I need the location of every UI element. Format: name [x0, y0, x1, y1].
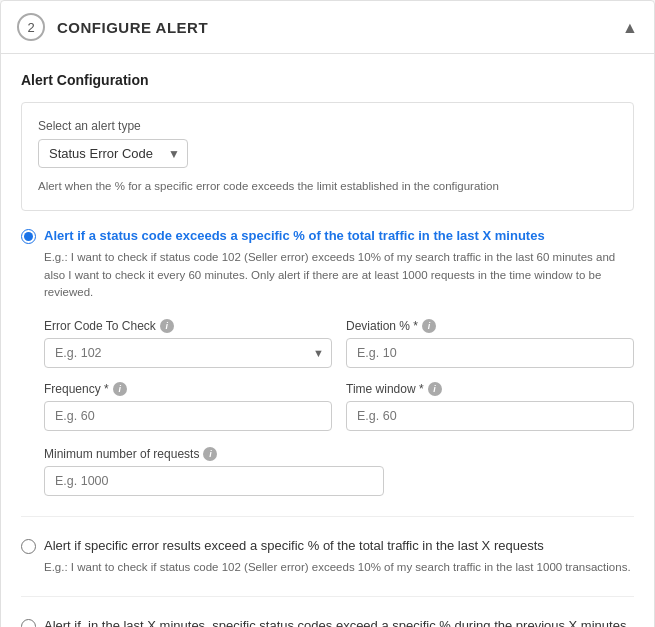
- alert-type-select-wrapper: Status Error Code ▼: [38, 139, 188, 168]
- fields-grid: Error Code To Check i ▼ Deviation % * i: [44, 319, 634, 431]
- field-label-time-window: Time window * i: [346, 382, 634, 396]
- radio-option-3: Alert if, in the last X minutes, specifi…: [21, 617, 634, 627]
- field-label-deviation: Deviation % * i: [346, 319, 634, 333]
- info-icon-time-window[interactable]: i: [428, 382, 442, 396]
- info-icon-frequency[interactable]: i: [113, 382, 127, 396]
- deviation-input[interactable]: [346, 338, 634, 368]
- alert-type-description: Alert when the % for a specific error co…: [38, 178, 617, 194]
- radio-desc-1: E.g.: I want to check if status code 102…: [44, 249, 634, 301]
- min-requests-section: Minimum number of requests i: [44, 447, 634, 496]
- radio-input-2[interactable]: [21, 539, 36, 554]
- card-body: Alert Configuration Select an alert type…: [1, 54, 654, 627]
- info-icon-min-requests[interactable]: i: [203, 447, 217, 461]
- frequency-input[interactable]: [44, 401, 332, 431]
- radio-input-1[interactable]: [21, 229, 36, 244]
- card-header: 2 CONFIGURE ALERT ▲: [1, 1, 654, 54]
- section-title: Alert Configuration: [21, 72, 634, 88]
- radio-option-1-header: Alert if a status code exceeds a specifi…: [21, 227, 634, 245]
- form-section: Select an alert type Status Error Code ▼…: [21, 102, 634, 211]
- radio-option-3-header: Alert if, in the last X minutes, specifi…: [21, 617, 634, 627]
- field-label-min-requests: Minimum number of requests i: [44, 447, 384, 461]
- info-icon-deviation[interactable]: i: [422, 319, 436, 333]
- radio-label-2: Alert if specific error results exceed a…: [44, 537, 544, 555]
- field-deviation: Deviation % * i: [346, 319, 634, 368]
- collapse-icon[interactable]: ▲: [622, 19, 638, 35]
- header-left: 2 CONFIGURE ALERT: [17, 13, 208, 41]
- header-title: CONFIGURE ALERT: [57, 19, 208, 36]
- radio-option-2-header: Alert if specific error results exceed a…: [21, 537, 634, 555]
- field-error-code: Error Code To Check i ▼: [44, 319, 332, 368]
- step-indicator: 2: [17, 13, 45, 41]
- info-icon-error-code[interactable]: i: [160, 319, 174, 333]
- field-label-error-code: Error Code To Check i: [44, 319, 332, 333]
- error-code-input[interactable]: [44, 338, 332, 368]
- configure-alert-card: 2 CONFIGURE ALERT ▲ Alert Configuration …: [0, 0, 655, 627]
- field-label-frequency: Frequency * i: [44, 382, 332, 396]
- radio-option-2: Alert if specific error results exceed a…: [21, 537, 634, 576]
- select-label: Select an alert type: [38, 119, 617, 133]
- divider-2: [21, 596, 634, 597]
- radio-option-1: Alert if a status code exceeds a specifi…: [21, 227, 634, 496]
- field-min-requests: Minimum number of requests i: [44, 447, 384, 496]
- min-requests-input[interactable]: [44, 466, 384, 496]
- error-code-input-wrapper: ▼: [44, 338, 332, 368]
- radio-desc-2: E.g.: I want to check if status code 102…: [44, 559, 634, 576]
- radio-label-3: Alert if, in the last X minutes, specifi…: [44, 617, 626, 627]
- radio-label-1: Alert if a status code exceeds a specifi…: [44, 227, 545, 245]
- radio-input-3[interactable]: [21, 619, 36, 627]
- time-window-input[interactable]: [346, 401, 634, 431]
- field-time-window: Time window * i: [346, 382, 634, 431]
- divider-1: [21, 516, 634, 517]
- radio-group: Alert if a status code exceeds a specifi…: [21, 227, 634, 627]
- field-frequency: Frequency * i: [44, 382, 332, 431]
- alert-type-select[interactable]: Status Error Code: [38, 139, 188, 168]
